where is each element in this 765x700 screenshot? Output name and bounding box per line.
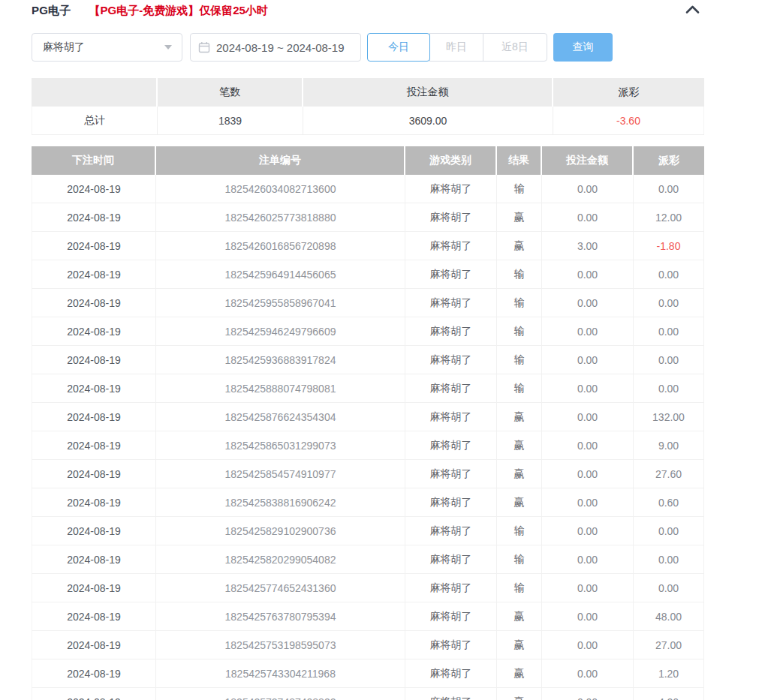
- cell-result: 输: [497, 346, 542, 374]
- cell-bet-time: 2024-08-19: [32, 659, 156, 687]
- table-row: 2024-08-191825425964914456065麻将胡了输0.000.…: [32, 260, 704, 289]
- summary-table-header: 笔数投注金额派彩: [32, 78, 704, 107]
- table-row: 2024-08-191825425838816906242麻将胡了赢0.000.…: [32, 488, 704, 517]
- records-header-cell: 注单编号: [156, 146, 405, 175]
- cell-payout: 0.00: [634, 289, 704, 317]
- table-row: 2024-08-191825425743304211968麻将胡了赢0.001.…: [32, 659, 704, 688]
- cell-result: 赢: [497, 631, 542, 659]
- panel-header: PG电子 【PG电子-免费游戏】仅保留25小时: [32, 4, 704, 17]
- chevron-up-icon[interactable]: [684, 4, 701, 15]
- cell-payout: 0.00: [634, 574, 704, 602]
- cell-result: 赢: [497, 431, 542, 459]
- cell-payout: 0.60: [634, 488, 704, 516]
- cell-result: 输: [497, 574, 542, 602]
- cell-result: 赢: [497, 232, 542, 260]
- cell-payout: 1.20: [634, 659, 704, 687]
- cell-order-id: 1825425763780795394: [156, 602, 405, 630]
- cell-order-id: 1825425876624354304: [156, 403, 405, 431]
- quick-button-last8days[interactable]: 近8日: [483, 33, 547, 62]
- cell-order-id: 1825425865031299073: [156, 431, 405, 459]
- calendar-icon: [198, 41, 210, 53]
- table-row: 2024-08-191825425763780795394麻将胡了赢0.0048…: [32, 602, 704, 631]
- cell-payout: 0.00: [634, 175, 704, 203]
- cell-result: 赢: [497, 203, 542, 231]
- cell-payout: 0.00: [634, 374, 704, 402]
- cell-game-type: 麻将胡了: [405, 260, 497, 288]
- cell-game-type: 麻将胡了: [405, 232, 497, 260]
- page-title: PG电子: [32, 4, 71, 18]
- cell-bet-amount: 0.00: [542, 488, 634, 516]
- table-row: 2024-08-191825425955858967041麻将胡了输0.000.…: [32, 289, 704, 317]
- cell-result: 赢: [497, 403, 542, 431]
- cell-payout: 132.00: [634, 403, 704, 431]
- cell-bet-amount: 0.00: [542, 403, 634, 431]
- table-row: 2024-08-191825425774652431360麻将胡了输0.000.…: [32, 574, 704, 602]
- cell-result: 赢: [497, 659, 542, 687]
- cell-bet-time: 2024-08-19: [32, 688, 156, 700]
- cell-order-id: 1825426016856720898: [156, 232, 405, 260]
- table-row: 2024-08-191825425888074798081麻将胡了输0.000.…: [32, 374, 704, 403]
- cell-payout: 0.00: [634, 545, 704, 573]
- cell-bet-amount: 0.00: [542, 517, 634, 545]
- cell-result: 输: [497, 545, 542, 573]
- table-row: 2024-08-191825425753198595073麻将胡了赢0.0027…: [32, 631, 704, 659]
- quick-date-button-group: 今日昨日近8日: [367, 33, 547, 62]
- records-table: 下注时间注单编号游戏类别结果投注金额派彩 2024-08-19182542603…: [32, 146, 704, 700]
- cell-game-type: 麻将胡了: [405, 460, 497, 488]
- cell-game-type: 麻将胡了: [405, 488, 497, 516]
- summary-header-cell: [32, 78, 158, 107]
- table-row: 2024-08-191825425829102900736麻将胡了输0.000.…: [32, 517, 704, 545]
- table-row: 2024-08-191825426034082713600麻将胡了输0.000.…: [32, 175, 704, 203]
- filter-bar: 麻将胡了 2024-08-19 ~ 2024-08-19 今日昨日近8日 查询: [32, 33, 765, 62]
- cell-result: 输: [497, 317, 542, 345]
- summary-header-cell: 笔数: [158, 78, 303, 107]
- cell-game-type: 麻将胡了: [405, 659, 497, 687]
- summary-header-cell: 派彩: [553, 78, 704, 107]
- cell-payout: 0.00: [634, 260, 704, 288]
- cell-result: 输: [497, 374, 542, 402]
- cell-bet-amount: 0.00: [542, 289, 634, 317]
- cell-bet-amount: 0.00: [542, 175, 634, 203]
- cell-game-type: 麻将胡了: [405, 374, 497, 402]
- cell-game-type: 麻将胡了: [405, 517, 497, 545]
- summary-total-row: 总计18393609.00-3.60: [32, 107, 704, 135]
- table-row: 2024-08-191825425854574910977麻将胡了赢0.0027…: [32, 460, 704, 488]
- cell-game-type: 麻将胡了: [405, 545, 497, 573]
- cell-result: 输: [497, 260, 542, 288]
- summary-header-cell: 投注金额: [303, 78, 553, 107]
- cell-order-id: 1825425829102900736: [156, 517, 405, 545]
- cell-payout: 0.00: [634, 517, 704, 545]
- quick-button-today[interactable]: 今日: [367, 33, 430, 62]
- cell-bet-amount: 0.00: [542, 631, 634, 659]
- cell-order-id: 1825425955858967041: [156, 289, 405, 317]
- table-row: 2024-08-191825425820299054082麻将胡了输0.000.…: [32, 545, 704, 574]
- summary-count: 1839: [158, 107, 303, 134]
- cell-game-type: 麻将胡了: [405, 431, 497, 459]
- cell-game-type: 麻将胡了: [405, 688, 497, 700]
- cell-bet-amount: 0.00: [542, 545, 634, 573]
- cell-game-type: 麻将胡了: [405, 317, 497, 345]
- cell-bet-time: 2024-08-19: [32, 317, 156, 345]
- cell-bet-time: 2024-08-19: [32, 631, 156, 659]
- cell-order-id: 1825425946249796609: [156, 317, 405, 345]
- cell-game-type: 麻将胡了: [405, 631, 497, 659]
- cell-bet-amount: 0.00: [542, 659, 634, 687]
- cell-bet-time: 2024-08-19: [32, 203, 156, 231]
- cell-bet-amount: 0.00: [542, 688, 634, 700]
- table-row: 2024-08-191825426025773818880麻将胡了赢0.0012…: [32, 203, 704, 232]
- cell-result: 赢: [497, 688, 542, 700]
- caret-down-icon: [164, 45, 172, 50]
- game-select[interactable]: 麻将胡了: [32, 33, 182, 62]
- records-header-cell: 派彩: [634, 146, 704, 175]
- cell-bet-amount: 0.00: [542, 317, 634, 345]
- cell-bet-amount: 0.00: [542, 460, 634, 488]
- cell-bet-time: 2024-08-19: [32, 602, 156, 630]
- cell-game-type: 麻将胡了: [405, 346, 497, 374]
- cell-bet-amount: 0.00: [542, 346, 634, 374]
- search-button[interactable]: 查询: [553, 33, 613, 62]
- quick-button-yesterday[interactable]: 昨日: [429, 33, 483, 62]
- cell-result: 输: [497, 517, 542, 545]
- cell-bet-time: 2024-08-19: [32, 374, 156, 402]
- date-range-picker[interactable]: 2024-08-19 ~ 2024-08-19: [190, 33, 361, 62]
- cell-order-id: 1825425838816906242: [156, 488, 405, 516]
